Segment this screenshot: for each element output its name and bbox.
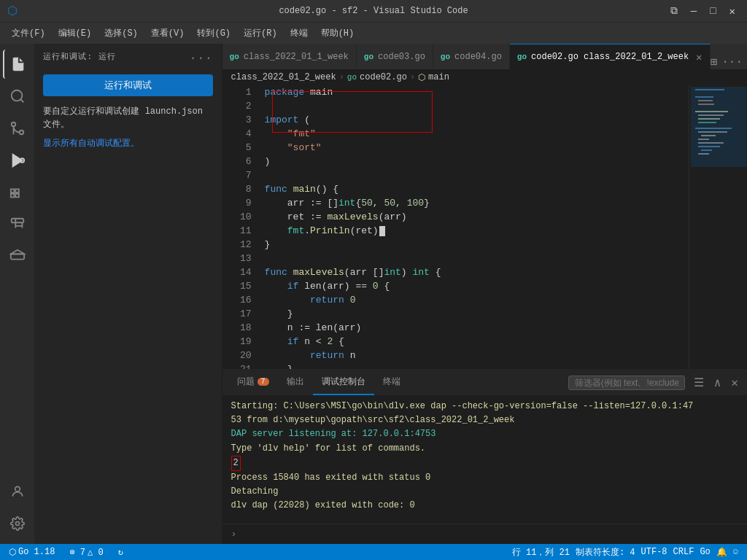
breadcrumb-sep1: › bbox=[339, 72, 344, 82]
line-num-15: 15 bbox=[222, 279, 252, 293]
status-sync[interactable]: ↻ bbox=[115, 547, 126, 558]
sidebar-show-configs-link[interactable]: 显示所有自动调试配置。 bbox=[34, 134, 221, 152]
menu-terminal[interactable]: 终端 bbox=[285, 24, 314, 42]
title-left: ⬡ bbox=[7, 4, 18, 18]
line-num-1: 1 bbox=[222, 85, 252, 99]
status-go-version[interactable]: ⬡ Go 1.18 bbox=[6, 547, 58, 558]
tab-code03[interactable]: go code03.go bbox=[357, 44, 433, 69]
titlebar: ⬡ code02.go - sf2 - Visual Studio Code ⧉… bbox=[0, 0, 747, 22]
minimize-button[interactable]: — bbox=[686, 4, 701, 18]
panel-tab-debug-console[interactable]: 调试控制台 bbox=[313, 370, 374, 395]
activity-test[interactable] bbox=[3, 210, 32, 239]
status-line-ending[interactable]: CRLF bbox=[670, 546, 697, 559]
tab-code04[interactable]: go code04.go bbox=[433, 44, 510, 69]
panel-list-icon[interactable]: ☰ bbox=[691, 374, 707, 392]
code-line-21: } bbox=[265, 362, 683, 369]
sidebar-dots[interactable]: ... bbox=[190, 50, 213, 63]
line-num-11: 11 bbox=[222, 224, 252, 238]
status-tab-size[interactable]: 制表符长度: 4 bbox=[573, 546, 638, 559]
tab-class[interactable]: go class_2022_01_1_week bbox=[222, 44, 357, 69]
menu-select[interactable]: 选择(S) bbox=[98, 24, 144, 42]
title-controls[interactable]: ⧉ — □ ✕ bbox=[666, 4, 740, 19]
panel-tab-terminal[interactable]: 终端 bbox=[374, 370, 409, 395]
activity-bar bbox=[0, 44, 34, 544]
split-editor-icon[interactable]: ⊞ bbox=[711, 55, 718, 69]
debug-line-1: Starting: C:\Users\MSI\go\bin\dlv.exe da… bbox=[231, 400, 738, 413]
language-text: Go bbox=[700, 547, 710, 557]
line-num-14: 14 bbox=[222, 265, 252, 279]
code-line-18: n := len(arr) bbox=[265, 321, 683, 335]
panel-up-icon[interactable]: ∧ bbox=[711, 374, 724, 392]
line-num-7: 7 bbox=[222, 168, 252, 182]
activity-account[interactable] bbox=[3, 477, 32, 506]
svg-rect-9 bbox=[15, 194, 19, 198]
activity-extensions[interactable] bbox=[3, 178, 32, 207]
breadcrumb-sep2: › bbox=[410, 72, 415, 82]
svg-rect-8 bbox=[11, 194, 15, 198]
close-button[interactable]: ✕ bbox=[725, 4, 740, 19]
errors-text: ⊗ 7 bbox=[69, 547, 85, 558]
panel-tab-problems[interactable]: 问题 7 bbox=[228, 370, 278, 395]
activity-search[interactable] bbox=[3, 82, 32, 111]
panel-tab-right: ☰ ∧ ✕ bbox=[568, 374, 741, 392]
activity-docker[interactable] bbox=[3, 242, 32, 271]
warnings-text: △ 0 bbox=[88, 547, 104, 558]
minimap-visual bbox=[689, 85, 747, 304]
menu-goto[interactable]: 转到(G) bbox=[191, 24, 236, 42]
tab-close-icon[interactable]: ✕ bbox=[696, 51, 702, 63]
line-num-6: 6 bbox=[222, 155, 252, 168]
editor-area: go class_2022_01_1_week go code03.go go … bbox=[222, 44, 747, 544]
debug-line-6: Process 15840 has exited with status 0 bbox=[231, 471, 738, 485]
maximize-button[interactable]: □ bbox=[705, 4, 720, 18]
line-num-16: 16 bbox=[222, 293, 252, 307]
go-icon: ⬡ bbox=[9, 547, 16, 558]
sidebar-description: 要自定义运行和调试创建 launch.json 文件。 bbox=[34, 102, 221, 134]
go-file-icon: go bbox=[441, 52, 450, 61]
code-line-9: arr := []int{50, 50, 100} bbox=[265, 196, 683, 210]
menu-view[interactable]: 查看(V) bbox=[145, 24, 190, 42]
status-bar: ⬡ Go 1.18 ⊗ 7 △ 0 ↻ 行 11，列 21 制表符长度: 4 U… bbox=[0, 544, 747, 560]
menu-help[interactable]: 帮助(H) bbox=[315, 24, 360, 42]
code-line-20: return n bbox=[265, 349, 683, 362]
status-errors[interactable]: ⊗ 7 △ 0 bbox=[66, 547, 106, 558]
status-notifications[interactable]: 🔔 bbox=[713, 546, 730, 559]
status-encoding[interactable]: UTF-8 bbox=[638, 546, 670, 559]
more-tabs-icon[interactable]: ··· bbox=[721, 55, 743, 69]
activity-explorer[interactable] bbox=[3, 50, 32, 79]
activity-settings[interactable] bbox=[3, 509, 32, 538]
svg-rect-30 bbox=[691, 87, 746, 167]
vscode-icon: ⬡ bbox=[7, 4, 18, 18]
code-line-6: ) bbox=[265, 155, 683, 168]
status-feedback[interactable]: ☺ bbox=[730, 546, 741, 559]
svg-point-3 bbox=[11, 122, 15, 127]
panel-filter-input[interactable] bbox=[568, 376, 685, 390]
activity-source-control[interactable] bbox=[3, 114, 32, 143]
code-editor[interactable]: 1 2 3 4 5 6 7 8 9 10 11 12 13 14 15 16 1 bbox=[222, 85, 689, 369]
status-bar-right: 行 11，列 21 制表符长度: 4 UTF-8 CRLF Go 🔔 ☺ bbox=[509, 546, 741, 559]
position-text: 行 11，列 21 bbox=[512, 546, 570, 559]
line-num-13: 13 bbox=[222, 252, 252, 265]
code-line-7 bbox=[265, 168, 683, 182]
panel-tab-output[interactable]: 输出 bbox=[278, 370, 313, 395]
debug-line-3: DAP server listening at: 127.0.0.1:4753 bbox=[231, 427, 738, 441]
tab-size-text: 制表符长度: 4 bbox=[576, 546, 635, 559]
menu-run[interactable]: 运行(R) bbox=[238, 24, 283, 42]
line-num-8: 8 bbox=[222, 182, 252, 196]
menu-file[interactable]: 文件(F) bbox=[6, 24, 51, 42]
code-content[interactable]: package main import ( "fmt" "sort" ) fun… bbox=[259, 85, 689, 369]
status-language[interactable]: Go bbox=[697, 546, 713, 559]
activity-run-debug[interactable] bbox=[3, 146, 32, 175]
tab-code02[interactable]: go code02.go class_2022_01_2_week ✕ bbox=[510, 44, 711, 69]
panel-close-icon[interactable]: ✕ bbox=[728, 374, 741, 392]
breadcrumb-folder[interactable]: class_2022_01_2_week bbox=[231, 72, 336, 82]
svg-rect-7 bbox=[15, 189, 19, 192]
tab-extra-controls: ⊞ ··· bbox=[711, 55, 747, 69]
terminal-input[interactable] bbox=[239, 529, 738, 540]
menu-edit[interactable]: 编辑(E) bbox=[53, 24, 98, 42]
run-debug-button[interactable]: 运行和调试 bbox=[43, 74, 212, 96]
tab-code04-label: code04.go bbox=[454, 52, 502, 62]
breadcrumb-file[interactable]: code02.go bbox=[360, 72, 407, 82]
layout-icon[interactable]: ⧉ bbox=[666, 4, 682, 18]
status-position[interactable]: 行 11，列 21 bbox=[509, 546, 573, 559]
breadcrumb-symbol[interactable]: main bbox=[428, 72, 449, 82]
